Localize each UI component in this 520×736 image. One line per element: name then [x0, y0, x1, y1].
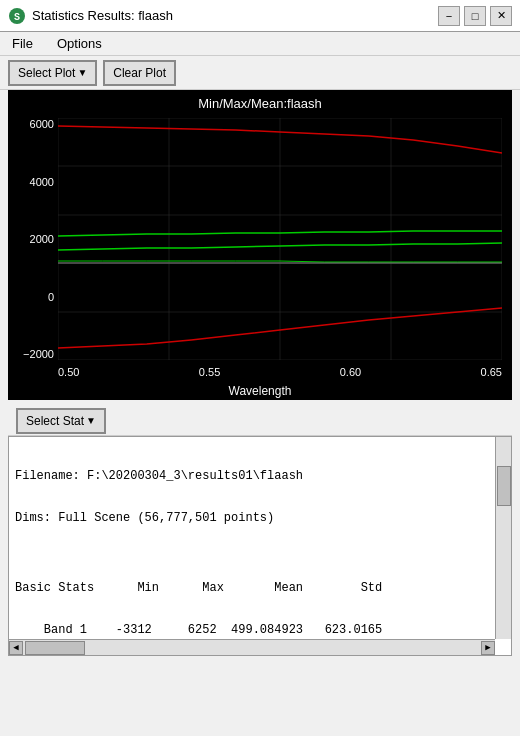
x-label-3: 0.65	[481, 366, 502, 378]
options-menu[interactable]: Options	[53, 35, 106, 52]
select-stat-arrow: ▼	[86, 415, 96, 426]
stats-line-5: Band 1 -3312 6252 499.084923 623.0165	[15, 623, 505, 637]
stats-line-4: Basic Stats Min Max Mean Std	[15, 581, 505, 595]
select-stat-button[interactable]: Select Stat ▼	[16, 408, 106, 434]
scrollbar-thumb-v[interactable]	[497, 466, 511, 506]
vertical-scrollbar[interactable]	[495, 437, 511, 639]
x-label-0: 0.50	[58, 366, 79, 378]
window-controls: − □ ✕	[438, 6, 512, 26]
stats-section: Filename: F:\20200304_3\results01\flaash…	[8, 436, 512, 736]
stats-line-2: Dims: Full Scene (56,777,501 points)	[15, 511, 505, 525]
clear-plot-button[interactable]: Clear Plot	[103, 60, 176, 86]
select-plot-label: Select Plot	[18, 66, 75, 80]
horizontal-scrollbar[interactable]: ◀ ▶	[9, 639, 495, 655]
y-label-3: 0	[48, 291, 54, 303]
title-bar: S Statistics Results: flaash − □ ✕	[0, 0, 520, 32]
close-button[interactable]: ✕	[490, 6, 512, 26]
svg-text:S: S	[14, 12, 20, 23]
app-icon: S	[8, 7, 26, 25]
chart-plot-area	[58, 118, 502, 360]
y-label-4: −2000	[23, 348, 54, 360]
scroll-left-arrow[interactable]: ◀	[9, 641, 23, 655]
y-label-2: 2000	[30, 233, 54, 245]
menu-bar: File Options	[0, 32, 520, 56]
select-stat-label: Select Stat	[26, 414, 84, 428]
stats-toolbar: Select Stat ▼	[8, 406, 512, 436]
window-title: Statistics Results: flaash	[32, 8, 173, 23]
toolbar: Select Plot ▼ Clear Plot	[0, 56, 520, 90]
file-menu[interactable]: File	[8, 35, 37, 52]
title-bar-left: S Statistics Results: flaash	[8, 7, 173, 25]
y-label-0: 6000	[30, 118, 54, 130]
minimize-button[interactable]: −	[438, 6, 460, 26]
main-content: Min/Max/Mean:flaash 6000 4000 2000 0 −20…	[0, 90, 520, 736]
select-plot-arrow: ▼	[77, 67, 87, 78]
x-label-2: 0.60	[340, 366, 361, 378]
stats-line-1: Filename: F:\20200304_3\results01\flaash	[15, 469, 505, 483]
stats-content: Filename: F:\20200304_3\results01\flaash…	[8, 436, 512, 656]
y-axis: 6000 4000 2000 0 −2000	[8, 118, 58, 360]
select-plot-button[interactable]: Select Plot ▼	[8, 60, 97, 86]
y-label-1: 4000	[30, 176, 54, 188]
restore-button[interactable]: □	[464, 6, 486, 26]
x-axis-label: Wavelength	[229, 384, 292, 398]
chart-svg	[58, 118, 502, 360]
x-label-1: 0.55	[199, 366, 220, 378]
chart-container: Min/Max/Mean:flaash 6000 4000 2000 0 −20…	[8, 90, 512, 400]
scroll-right-arrow[interactable]: ▶	[481, 641, 495, 655]
chart-title: Min/Max/Mean:flaash	[8, 90, 512, 111]
clear-plot-label: Clear Plot	[113, 66, 166, 80]
scrollbar-thumb-h[interactable]	[25, 641, 85, 655]
